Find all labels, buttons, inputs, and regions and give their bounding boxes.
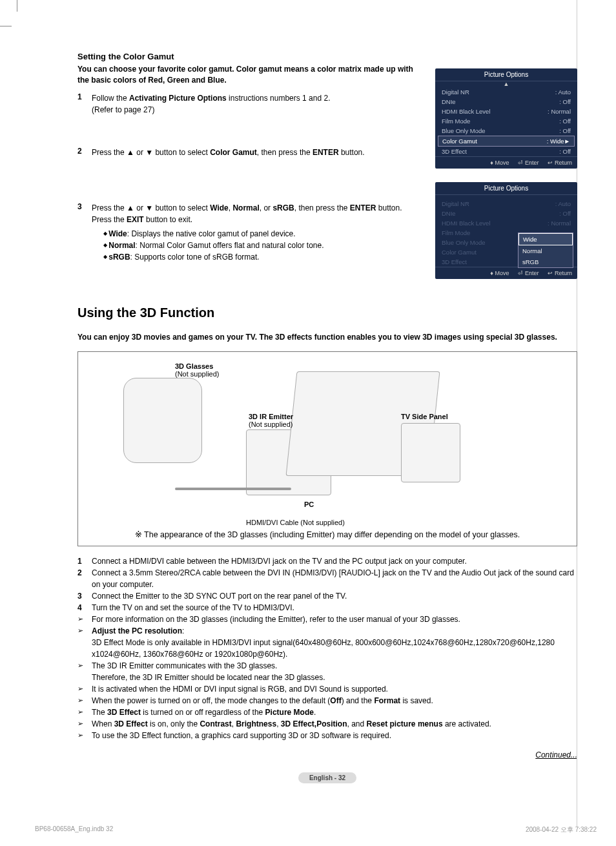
label-3d-glasses: 3D Glasses (Not supplied) — [175, 362, 219, 378]
page-number-badge: English - 32 — [298, 772, 356, 783]
section2-intro: You can enjoy 3D movies and games on you… — [77, 332, 577, 343]
footer-timestamp: 2008-04-22 오후 7:38:22 — [526, 825, 597, 834]
osd-picture-options-1: Picture Options ▲ Digital NRAuto DNIeOff… — [435, 68, 577, 169]
osd-footer: ♦ Move ⏎ Enter ↩ Return — [435, 156, 577, 169]
osd-selected-row[interactable]: Color GamutWide► — [438, 136, 575, 147]
continued-label: Continued... — [77, 750, 577, 759]
osd-footer: ♦ Move ⏎ Enter ↩ Return — [435, 267, 577, 279]
label-hdmi-cable: HDMI/DVI Cable (Not supplied) — [246, 519, 345, 526]
diagram-note: The appearance of the 3D glasses (includ… — [85, 530, 570, 539]
manual-page: Setting the Color Gamut You can choose y… — [0, 0, 616, 846]
bullet-list: Wide: Displays the native color gamut of… — [92, 228, 402, 263]
osd-picture-options-2: Picture Options Digital NRAuto DNIeOff H… — [435, 182, 577, 279]
section-intro: You can choose your favorite color gamut… — [77, 64, 413, 86]
print-footer: BP68-00658A_Eng.indb 32 2008-04-22 오후 7:… — [35, 825, 597, 834]
glasses-illustration — [123, 378, 202, 463]
heading-3d-function: Using the 3D Function — [77, 305, 577, 320]
instructions-list: 1Connect a HDMI/DVI cable between the HD… — [77, 555, 577, 741]
label-3d-ir-emitter: 3D IR Emitter (Not supplied) — [249, 413, 293, 428]
label-tv-side-panel: TV Side Panel — [401, 413, 448, 420]
side-panel-illustration — [401, 423, 460, 482]
footer-filename: BP68-00658A_Eng.indb 32 — [35, 825, 113, 834]
label-pc: PC — [304, 500, 314, 508]
step-1: 1 Follow the Activating Picture Options … — [77, 92, 413, 116]
connection-diagram: 3D Glasses (Not supplied) 3D IR Emitter … — [77, 351, 577, 546]
step-3: 3 Press the ▲ or ▼ button to select Wide… — [77, 202, 413, 263]
osd-dropdown[interactable]: Wide Normal sRGB — [518, 232, 573, 268]
up-arrow-icon: ▲ — [435, 81, 577, 87]
section-title: Setting the Color Gamut — [77, 52, 577, 61]
cable-line — [175, 488, 291, 490]
step-2: 2 Press the ▲ or ▼ button to select Colo… — [77, 147, 413, 158]
right-arrow-icon: ► — [564, 138, 570, 145]
